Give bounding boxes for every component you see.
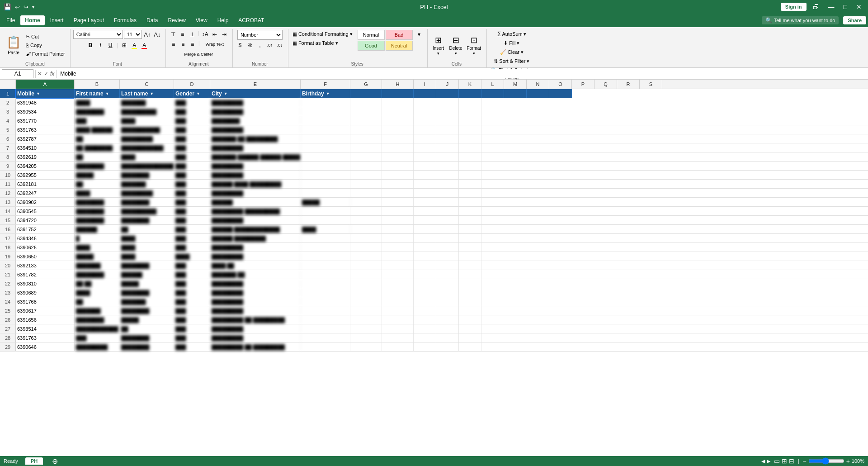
cell-o1[interactable] — [549, 89, 572, 98]
menu-file[interactable]: File — [2, 15, 19, 25]
cell-mobile-24[interactable]: 6391768 — [16, 297, 75, 306]
cell-lastname-22[interactable]: █████ — [120, 279, 174, 288]
cell-k-21[interactable] — [459, 270, 481, 279]
cell-firstname-29[interactable]: █████████ — [75, 342, 120, 351]
cell-i-24[interactable] — [414, 297, 436, 306]
cell-i-13[interactable] — [414, 198, 436, 206]
cell-firstname-5[interactable]: ████ ██████ — [75, 125, 120, 134]
cell-mobile-19[interactable]: 6390650 — [16, 252, 75, 261]
cell-city-10[interactable]: █████████ — [210, 171, 301, 179]
cell-g-7[interactable] — [350, 143, 382, 152]
cell-j-17[interactable] — [436, 234, 459, 243]
cell-gender-15[interactable]: ███ — [174, 216, 210, 224]
bold-button[interactable]: B — [86, 41, 95, 50]
cell-gender-3[interactable]: ███ — [174, 107, 210, 116]
cell-city-29[interactable]: █████████ ██ █████████ — [210, 342, 301, 351]
scroll-right-icon[interactable]: ▶ — [767, 458, 770, 464]
cell-i-11[interactable] — [414, 180, 436, 188]
cell-k-4[interactable] — [459, 116, 481, 125]
cell-city-17[interactable]: ██████ █████████ — [210, 234, 301, 243]
cell-city-13[interactable]: ██████ — [210, 198, 301, 206]
cell-k-15[interactable] — [459, 216, 481, 224]
cell-reference-input[interactable] — [2, 69, 33, 78]
indent-decrease-button[interactable]: ⇤ — [210, 30, 219, 39]
cell-birthday-24[interactable] — [301, 297, 350, 306]
cell-gender-17[interactable]: ███ — [174, 234, 210, 243]
cell-k-10[interactable] — [459, 171, 481, 179]
cell-h-13[interactable] — [382, 198, 414, 206]
cell-firstname-26[interactable]: ████████ — [75, 315, 120, 324]
cell-j-14[interactable] — [436, 207, 459, 215]
cell-birthday-7[interactable] — [301, 143, 350, 152]
cell-gender-14[interactable]: ███ — [174, 207, 210, 215]
row-num-6[interactable]: 6 — [0, 134, 16, 143]
col-header-f[interactable]: F — [301, 80, 350, 89]
cell-j-28[interactable] — [436, 333, 459, 342]
cell-firstname-14[interactable]: ████████ — [75, 207, 120, 215]
col-header-r[interactable]: R — [617, 80, 640, 89]
align-top-button[interactable]: ⊤ — [169, 30, 178, 39]
format-as-table-button[interactable]: ▦ Format as Table ▾ — [291, 39, 354, 47]
cell-city-21[interactable]: ███████ ██ — [210, 270, 301, 279]
col-header-o[interactable]: O — [549, 80, 572, 89]
cell-j-8[interactable] — [436, 152, 459, 161]
menu-help[interactable]: Help — [213, 15, 233, 25]
cell-j-2[interactable] — [436, 98, 459, 107]
cell-lastname-10[interactable]: ████████ — [120, 171, 174, 179]
cell-g-18[interactable] — [350, 243, 382, 252]
cell-j-13[interactable] — [436, 198, 459, 206]
cell-firstname-15[interactable]: ████████ — [75, 216, 120, 224]
indent-increase-button[interactable]: ⇥ — [220, 30, 229, 39]
cell-birthday-12[interactable] — [301, 189, 350, 197]
cell-gender-23[interactable]: ███ — [174, 288, 210, 297]
cell-h-25[interactable] — [382, 306, 414, 315]
col-header-c[interactable]: C — [120, 80, 174, 89]
cell-c1[interactable]: Last name ▼ — [120, 89, 174, 98]
cell-e1[interactable]: City ▼ — [210, 89, 301, 98]
cell-g-19[interactable] — [350, 252, 382, 261]
cell-city-3[interactable]: █████████ — [210, 107, 301, 116]
cell-lastname-19[interactable]: ████ — [120, 252, 174, 261]
confirm-formula-icon[interactable]: ✓ — [44, 71, 48, 77]
cell-h-8[interactable] — [382, 152, 414, 161]
row-num-16[interactable]: 16 — [0, 225, 16, 233]
font-color-button[interactable]: A — [140, 41, 149, 50]
col-header-q[interactable]: Q — [594, 80, 617, 89]
cell-lastname-2[interactable]: ███████ — [120, 98, 174, 107]
cell-birthday-22[interactable] — [301, 279, 350, 288]
row-num-13[interactable]: 13 — [0, 198, 16, 206]
cell-mobile-28[interactable]: 6391763 — [16, 333, 75, 342]
cell-firstname-24[interactable]: ██ — [75, 297, 120, 306]
cell-j-29[interactable] — [436, 342, 459, 351]
menu-acrobat[interactable]: ACROBAT — [234, 15, 269, 25]
cell-k-25[interactable] — [459, 306, 481, 315]
cell-firstname-11[interactable]: ██ — [75, 180, 120, 188]
cell-lastname-15[interactable]: ████████ — [120, 216, 174, 224]
cell-h-14[interactable] — [382, 207, 414, 215]
cell-gender-26[interactable]: ███ — [174, 315, 210, 324]
paste-button[interactable]: 📋 Paste — [4, 32, 24, 59]
cell-i1[interactable] — [414, 89, 436, 98]
cell-gender-22[interactable]: ███ — [174, 279, 210, 288]
cell-m1[interactable] — [504, 89, 527, 98]
col-header-n[interactable]: N — [527, 80, 549, 89]
style-normal[interactable]: Normal — [358, 30, 385, 40]
cell-firstname-3[interactable]: ████████ — [75, 107, 120, 116]
col-header-k[interactable]: K — [459, 80, 481, 89]
cell-k-7[interactable] — [459, 143, 481, 152]
menu-insert[interactable]: Insert — [46, 15, 68, 25]
cell-birthday-26[interactable] — [301, 315, 350, 324]
cell-k-29[interactable] — [459, 342, 481, 351]
row-num-10[interactable]: 10 — [0, 171, 16, 179]
cell-birthday-29[interactable] — [301, 342, 350, 351]
cell-mobile-6[interactable]: 6392787 — [16, 134, 75, 143]
cell-birthday-17[interactable] — [301, 234, 350, 243]
cell-j-3[interactable] — [436, 107, 459, 116]
cell-d1[interactable]: Gender ▼ — [174, 89, 210, 98]
row-num-8[interactable]: 8 — [0, 152, 16, 161]
col-header-h[interactable]: H — [382, 80, 414, 89]
search-bar[interactable]: 🔍 Tell me what you want to do — [762, 16, 839, 24]
cell-k-23[interactable] — [459, 288, 481, 297]
cell-i-16[interactable] — [414, 225, 436, 233]
cell-g-29[interactable] — [350, 342, 382, 351]
